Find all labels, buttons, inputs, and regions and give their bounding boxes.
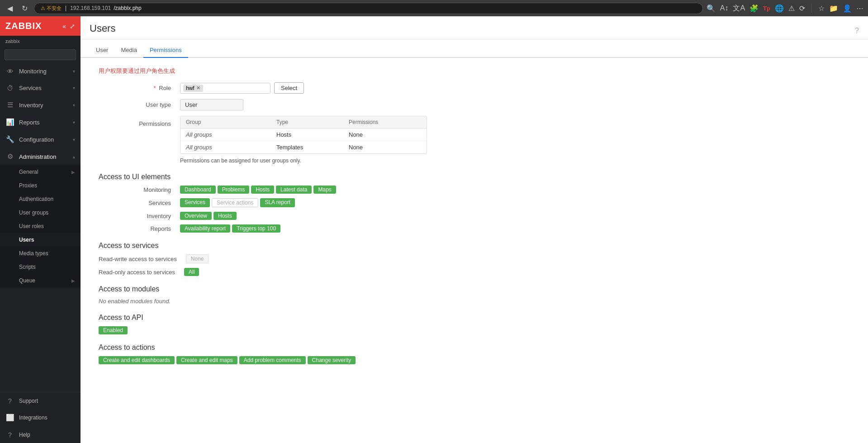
sidebar-item-monitoring[interactable]: 👁 Monitoring ▾ <box>0 63 81 80</box>
favorites-icon[interactable]: ☆ <box>818 4 825 13</box>
configuration-arrow: ▾ <box>73 137 75 142</box>
sidebar-item-services[interactable]: ⏱ Services ▾ <box>0 80 81 96</box>
general-arrow: ▶ <box>71 170 75 175</box>
sidebar-item-integrations[interactable]: ⬜ Integrations <box>0 409 81 426</box>
select-button[interactable]: Select <box>274 82 304 94</box>
access-inventory-row: Inventory Overview Hosts <box>99 212 850 220</box>
sub-item-general[interactable]: General ▶ <box>0 165 81 179</box>
sidebar-item-inventory[interactable]: ☰ Inventory ▾ <box>0 96 81 114</box>
row1-type: Hosts <box>276 131 349 138</box>
help-icon: ? <box>5 431 14 438</box>
inventory-icon: ☰ <box>5 101 14 109</box>
queue-arrow: ▶ <box>71 278 75 283</box>
collapse-icon[interactable]: « <box>62 23 66 30</box>
expand-icon[interactable]: ⤢ <box>70 23 75 30</box>
access-services-tags: Services Service actions SLA report <box>180 198 295 207</box>
sidebar-item-monitoring-label: Monitoring <box>19 68 47 75</box>
col-type: Type <box>276 119 349 125</box>
url-path: /zabbix.php <box>114 5 141 11</box>
security-warning: ⚠ 不安全 <box>41 5 62 12</box>
user-type-row: User type User <box>99 99 850 110</box>
sidebar-item-administration[interactable]: ⚙ Administration ▴ <box>0 148 81 165</box>
tag-problems: Problems <box>218 186 250 194</box>
administration-submenu: General ▶ Proxies Authentication User gr… <box>0 165 81 287</box>
zabbix-logo: ZABBIX <box>5 21 42 31</box>
role-tag-input[interactable]: hwf ✕ <box>180 83 270 94</box>
sub-item-user-groups[interactable]: User groups <box>0 206 81 219</box>
sub-item-authentication[interactable]: Authentication <box>0 192 81 206</box>
row1-group: All groups <box>186 131 276 138</box>
access-actions-title: Access to actions <box>99 343 850 352</box>
sidebar-item-configuration-label: Configuration <box>19 136 54 143</box>
search-input[interactable] <box>5 49 76 60</box>
more-icon[interactable]: ⋯ <box>856 4 863 13</box>
sidebar-item-services-label: Services <box>19 85 42 91</box>
collections-icon[interactable]: 📁 <box>829 4 838 13</box>
access-modules-title: Access to modules <box>99 285 850 293</box>
access-ui-title: Access to UI elements <box>99 173 850 181</box>
monitoring-arrow: ▾ <box>73 69 75 74</box>
font-size-icon[interactable]: A↕ <box>720 4 729 12</box>
profile-icon[interactable]: 👤 <box>843 4 852 13</box>
sub-item-media-types[interactable]: Media types <box>0 247 81 260</box>
notice-text: 用户权限要通过用户角色生成 <box>99 67 850 75</box>
sub-item-proxies[interactable]: Proxies <box>0 179 81 192</box>
access-monitoring-row: Monitoring Dashboard Problems Hosts Late… <box>99 186 850 194</box>
sidebar-item-configuration[interactable]: 🔧 Configuration ▾ <box>0 131 81 148</box>
sidebar-footer: ? Support ⬜ Integrations ? Help <box>0 392 81 443</box>
sidebar-item-help[interactable]: ? Help <box>0 426 81 443</box>
divider <box>811 4 812 13</box>
sub-item-scripts[interactable]: Scripts <box>0 260 81 274</box>
access-reports-label: Reports <box>99 225 171 232</box>
role-tag: hwf ✕ <box>183 85 203 92</box>
back-button[interactable]: ◀ <box>5 3 15 14</box>
permissions-label: Permissions <box>99 116 171 127</box>
row2-type: Templates <box>276 144 349 151</box>
color-icon[interactable]: 🌐 <box>775 4 784 13</box>
sidebar: ZABBIX « ⤢ zabbix 👁 Monitoring ▾ ⏱ Servi… <box>0 16 81 443</box>
sub-item-user-groups-label: User groups <box>19 210 48 216</box>
sidebar-item-support[interactable]: ? Support <box>0 392 81 409</box>
row2-group: All groups <box>186 144 276 151</box>
reload-button[interactable]: ↻ <box>19 3 30 14</box>
tag-hosts: Hosts <box>251 186 274 194</box>
main-header: Users ? <box>81 16 868 39</box>
tag-sla-report: SLA report <box>260 198 295 207</box>
support-icon: ? <box>5 397 14 405</box>
page-content: 用户权限要通过用户角色生成 * Role hwf ✕ Select <box>81 58 868 443</box>
tab-permissions[interactable]: Permissions <box>143 43 188 58</box>
sub-item-user-roles[interactable]: User roles <box>0 219 81 233</box>
tag-services: Services <box>180 198 210 207</box>
tab-user[interactable]: User <box>90 43 114 58</box>
tag-create-edit-maps: Create and edit maps <box>176 356 237 364</box>
role-tag-remove-icon[interactable]: ✕ <box>196 85 200 91</box>
access-api-title: Access to API <box>99 314 850 322</box>
tab-media[interactable]: Media <box>114 43 143 58</box>
access-reports-row: Reports Availability report Triggers top… <box>99 224 850 233</box>
search-browser-icon[interactable]: 🔍 <box>707 4 716 13</box>
page-help-icon[interactable]: ? <box>855 27 859 35</box>
sidebar-item-reports[interactable]: 📊 Reports ▾ <box>0 114 81 131</box>
sidebar-header-icons: « ⤢ <box>62 23 75 30</box>
tag-latest-data: Latest data <box>276 186 312 194</box>
ro-access-row: Read-only access to services All <box>99 268 850 276</box>
sub-item-users[interactable]: Users <box>0 233 81 247</box>
translate-icon[interactable]: 文A <box>733 4 745 13</box>
access-actions-tags: Create and edit dashboards Create and ed… <box>99 356 850 364</box>
access-services-label: Services <box>99 200 171 206</box>
permissions-section: Group Type Permissions All groups Hosts … <box>180 116 427 164</box>
extension-icon[interactable]: 🧩 <box>749 4 759 13</box>
sidebar-search-container <box>0 47 81 63</box>
user-type-label: User type <box>99 99 171 108</box>
tp-icon[interactable]: Tp <box>763 5 770 12</box>
warning-icon[interactable]: ⚠ <box>788 4 795 13</box>
sidebar-item-inventory-label: Inventory <box>19 102 43 109</box>
tag-overview: Overview <box>180 212 212 220</box>
col-group: Group <box>186 119 276 125</box>
url-host: 192.168.159.101 <box>70 5 111 11</box>
sub-item-queue[interactable]: Queue ▶ <box>0 274 81 287</box>
tag-maps: Maps <box>313 186 336 194</box>
sidebar-instance: zabbix <box>0 36 81 47</box>
refresh-ext-icon[interactable]: ⟳ <box>799 4 805 13</box>
sidebar-item-support-label: Support <box>19 398 38 404</box>
